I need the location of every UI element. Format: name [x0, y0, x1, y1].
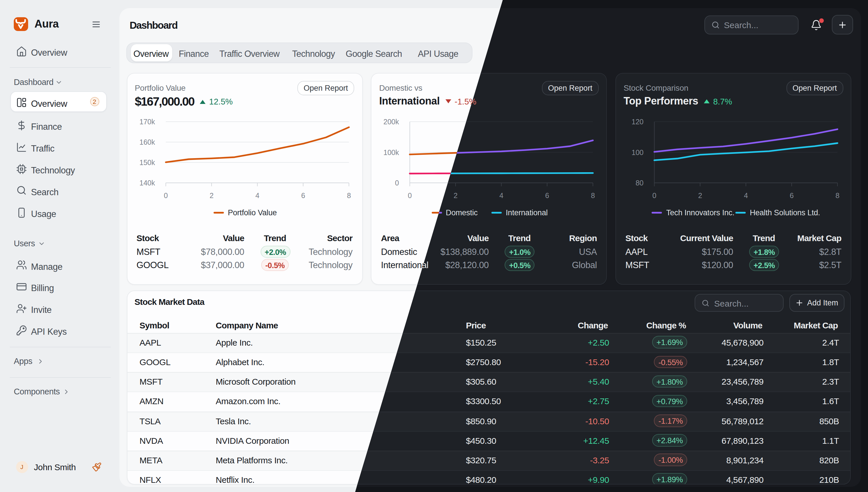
svg-text:2: 2 [209, 191, 213, 199]
svg-text:140k: 140k [139, 178, 155, 187]
svg-text:4: 4 [499, 191, 503, 199]
svg-text:170k: 170k [139, 117, 155, 125]
svg-text:8: 8 [347, 191, 351, 199]
svg-text:6: 6 [790, 191, 794, 199]
svg-text:100k: 100k [383, 148, 399, 156]
svg-text:6: 6 [545, 191, 549, 199]
svg-text:2: 2 [454, 191, 458, 199]
svg-text:0: 0 [164, 191, 168, 199]
svg-text:8: 8 [591, 191, 595, 199]
svg-text:150k: 150k [139, 158, 155, 166]
svg-text:0: 0 [408, 191, 412, 199]
svg-text:80: 80 [636, 178, 644, 187]
svg-text:120: 120 [631, 117, 644, 125]
svg-text:100: 100 [631, 148, 644, 156]
svg-text:160k: 160k [139, 138, 155, 146]
svg-text:6: 6 [301, 191, 305, 199]
svg-text:4: 4 [255, 191, 259, 199]
svg-text:8: 8 [836, 191, 840, 199]
svg-text:0: 0 [395, 178, 399, 187]
svg-text:4: 4 [744, 191, 748, 199]
svg-text:0: 0 [652, 191, 656, 199]
svg-text:200k: 200k [383, 117, 399, 125]
svg-text:2: 2 [698, 191, 702, 199]
